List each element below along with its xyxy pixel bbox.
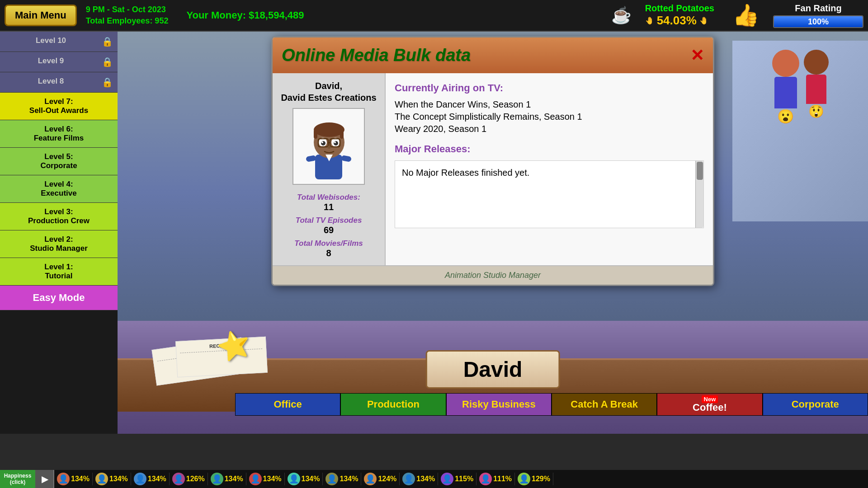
modal-overlay: Online Media Bulk data ✕ David,David Est…: [118, 32, 868, 434]
fan-rating-title: Fan Rating: [773, 3, 863, 14]
stat-pct-0: 134%: [71, 475, 90, 483]
stat-item-11: 👤111%: [476, 473, 515, 485]
svg-rect-4: [314, 130, 317, 139]
sidebar-item-level8[interactable]: Level 8 🔒: [0, 72, 118, 93]
avatar-mini-6: 👤: [288, 473, 300, 485]
stat-item-6: 👤134%: [285, 473, 323, 485]
happiness-button[interactable]: Happiness(click): [0, 470, 36, 488]
main-menu-button[interactable]: Main Menu: [5, 5, 77, 26]
stat-pct-2: 134%: [148, 475, 166, 483]
lock-icon-level9: 🔒: [102, 56, 113, 67]
svg-point-10: [321, 141, 323, 143]
rotted-potatoes-panel: Rotted Potatoes 🤚 54.03% 🤚: [645, 3, 714, 28]
tab-production[interactable]: Production: [340, 393, 446, 416]
datetime-text: 9 PM - Sat - Oct 2023: [86, 4, 169, 15]
tab-office[interactable]: Office: [235, 393, 340, 416]
profile-name: David,David Estes Creations: [281, 80, 376, 103]
datetime-info: 9 PM - Sat - Oct 2023 Total Employees: 9…: [86, 4, 169, 27]
tab-catch-a-break[interactable]: Catch A Break: [552, 393, 657, 416]
modal-dialog: Online Media Bulk data ✕ David,David Est…: [271, 36, 714, 286]
avatar-mini-1: 👤: [95, 473, 108, 485]
sidebar-item-level3[interactable]: Level 3:Production Crew: [0, 203, 118, 230]
sidebar-item-level1[interactable]: Level 1:Tutorial: [0, 258, 118, 286]
show-item-2: The Concept Simplistically Remains, Seas…: [395, 112, 704, 122]
svg-point-15: [327, 146, 331, 149]
svg-point-8: [321, 141, 326, 145]
rotted-potatoes-title: Rotted Potatoes: [645, 3, 714, 14]
modal-left-panel: David,David Estes Creations: [273, 73, 386, 265]
happiness-label: Happiness(click): [4, 473, 32, 485]
money-info: Your Money: $18,594,489: [186, 9, 304, 21]
svg-point-9: [334, 141, 338, 145]
rp-right-icon: 🤚: [699, 16, 708, 25]
new-badge: New: [702, 395, 718, 403]
stat-item-12: 👤129%: [515, 473, 553, 485]
lock-icon-level10: 🔒: [102, 36, 113, 47]
stat-item-1: 👤134%: [93, 473, 131, 485]
stat-pct-7: 134%: [340, 475, 358, 483]
stat-item-8: 👤124%: [361, 473, 400, 485]
tab-risky-business[interactable]: Risky Business: [446, 393, 552, 416]
stat2-value: 69: [324, 225, 334, 235]
stat-pct-12: 129%: [532, 475, 550, 483]
sidebar-item-easymode[interactable]: Easy Mode: [0, 286, 118, 310]
sidebar: Level 10 🔒 Level 9 🔒 Level 8 🔒 Level 7:S…: [0, 32, 118, 434]
svg-rect-5: [340, 130, 344, 139]
stat-item-3: 👤126%: [170, 473, 208, 485]
stat-pct-6: 134%: [302, 475, 320, 483]
bottom-stats-bar: Happiness(click) ▶ 👤134%👤134%👤134%👤126%👤…: [0, 470, 868, 488]
tab-coffee[interactable]: New Coffee!: [657, 393, 762, 416]
play-button[interactable]: ▶: [36, 470, 54, 488]
sidebar-item-level5[interactable]: Level 5:Corporate: [0, 148, 118, 175]
sidebar-item-level2[interactable]: Level 2:Studio Manager: [0, 230, 118, 258]
stat-item-5: 👤134%: [246, 473, 285, 485]
svg-point-11: [334, 141, 336, 143]
play-icon: ▶: [42, 474, 48, 484]
sidebar-item-level10[interactable]: Level 10 🔒: [0, 32, 118, 52]
top-bar: Main Menu 9 PM - Sat - Oct 2023 Total Em…: [0, 0, 868, 32]
avatar-mini-8: 👤: [364, 473, 377, 485]
employees-text: Total Employees: 952: [86, 15, 169, 27]
fan-rating-bar: 100%: [773, 15, 863, 28]
avatar-mini-12: 👤: [518, 473, 530, 485]
avatar-mini-10: 👤: [441, 473, 453, 485]
modal-close-button[interactable]: ✕: [690, 46, 704, 65]
avatar-mini-2: 👤: [134, 473, 146, 485]
svg-point-3: [314, 122, 344, 137]
coffeepot-icon: ☕: [611, 6, 632, 25]
avatar-mini-0: 👤: [57, 473, 70, 485]
avatar-mini-4: 👤: [211, 473, 223, 485]
major-releases-text: No Major Releases finished yet.: [402, 168, 529, 178]
profile-avatar: [292, 108, 365, 185]
stat-pct-9: 134%: [416, 475, 435, 483]
avatar-mini-5: 👤: [249, 473, 262, 485]
main-area: Level 10 🔒 Level 9 🔒 Level 8 🔒 Level 7:S…: [0, 32, 868, 434]
svg-rect-17: [306, 155, 316, 162]
modal-right-panel: Currently Airing on TV: When the Dancer …: [386, 73, 713, 265]
stat-pct-1: 134%: [109, 475, 128, 483]
fan-rating-percent: 100%: [774, 17, 863, 27]
avatar-mini-11: 👤: [479, 473, 492, 485]
tab-corporate[interactable]: Corporate: [763, 393, 868, 416]
sidebar-item-level6[interactable]: Level 6:Feature Films: [0, 120, 118, 148]
show-item-1: When the Dancer Wins, Season 1: [395, 99, 704, 110]
avatar-mini-7: 👤: [326, 473, 338, 485]
stat-item-10: 👤115%: [438, 473, 476, 485]
stat-item-0: 👤134%: [54, 473, 93, 485]
sidebar-item-level4[interactable]: Level 4:Executive: [0, 175, 118, 203]
stat3-label: Total Movies/Films: [294, 239, 363, 248]
modal-title: Online Media Bulk data: [282, 46, 471, 65]
major-releases-title: Major Releases:: [395, 143, 704, 155]
sidebar-item-level9[interactable]: Level 9 🔒: [0, 52, 118, 72]
stats-container: 👤134%👤134%👤134%👤126%👤134%👤134%👤134%👤134%…: [54, 473, 868, 485]
show-item-3: Weary 2020, Season 1: [395, 124, 704, 134]
avatar-mini-3: 👤: [172, 473, 185, 485]
stat2-label: Total TV Episodes: [296, 216, 362, 225]
rp-left-icon: 🤚: [645, 16, 654, 25]
modal-header: Online Media Bulk data ✕: [273, 38, 713, 73]
stat-item-9: 👤134%: [400, 473, 438, 485]
sidebar-item-level7[interactable]: Level 7:Sell-Out Awards: [0, 93, 118, 120]
lock-icon-level8: 🔒: [102, 77, 113, 88]
stat-item-7: 👤134%: [323, 473, 361, 485]
stat-pct-11: 111%: [493, 475, 512, 483]
